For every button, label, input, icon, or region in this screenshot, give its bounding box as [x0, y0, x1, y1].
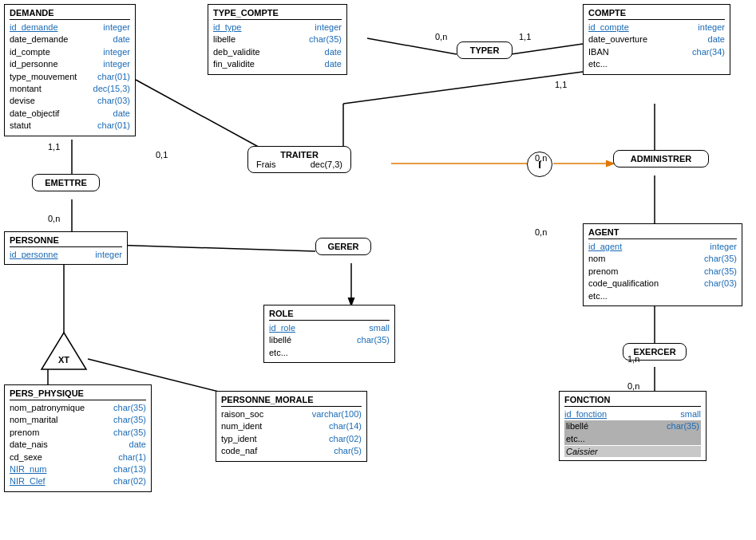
entity-fonction-title: FONCTION — [564, 395, 701, 407]
card-typer-left: 0,n — [435, 32, 447, 41]
relation-gerer-label: GERER — [324, 242, 362, 251]
entity-personne-morale-title: PERSONNE_MORALE — [221, 395, 362, 407]
relation-traiter: TRAITER Frais dec(7,3) — [247, 146, 351, 173]
field-id-demande: id_demande — [10, 22, 58, 34]
entity-type-compte: TYPE_COMPTE id_typeinteger libellechar(3… — [208, 4, 347, 75]
relation-gerer: GERER — [315, 238, 371, 255]
entity-personne-title: PERSONNE — [10, 235, 122, 247]
card-typer-right: 1,1 — [519, 32, 531, 41]
card-admin-agent: 0,n — [535, 227, 547, 237]
entity-compte-title: COMPTE — [588, 8, 725, 20]
entity-agent: AGENT id_agentinteger nomchar(35) prenom… — [583, 223, 742, 306]
svg-line-10 — [112, 245, 315, 251]
entity-role: ROLE id_rolesmall libelléchar(35) etc... — [263, 305, 395, 363]
entity-personne-morale: PERSONNE_MORALE raison_socvarchar(100) n… — [216, 391, 367, 462]
entity-pers-physique: PERS_PHYSIQUE nom_patronymiquechar(35) n… — [4, 384, 152, 492]
entity-agent-title: AGENT — [588, 227, 737, 239]
card-emettre-personne: 0,n — [48, 214, 60, 223]
entity-personne: PERSONNE id_personneinteger — [4, 231, 128, 265]
entity-compte: COMPTE id_compteinteger date_ouvertureda… — [583, 4, 730, 75]
entity-demande-title: DEMANDE — [10, 8, 130, 20]
card-traiter-demande: 0,1 — [156, 150, 168, 160]
entity-pers-physique-title: PERS_PHYSIQUE — [10, 388, 146, 400]
svg-line-4 — [511, 44, 583, 54]
triangle-xt: XT — [40, 331, 88, 371]
fonction-footer: Caissier — [564, 446, 701, 457]
diagram-container: DEMANDE id_demandeinteger date_demandeda… — [0, 0, 756, 540]
card-admin-left: 0,n — [535, 153, 547, 163]
svg-line-6 — [343, 72, 583, 104]
entity-fonction: FONCTION id_fonctionsmall libelléchar(35… — [559, 391, 707, 461]
card-emettre-demande: 1,1 — [48, 142, 60, 152]
relation-emettre-label: EMETTRE — [41, 178, 91, 187]
card-exercer-agent: 1,n — [627, 354, 639, 364]
relation-administrer-label: ADMINISTRER — [622, 154, 700, 164]
entity-demande: DEMANDE id_demandeinteger date_demandeda… — [4, 4, 136, 136]
entity-type-compte-title: TYPE_COMPTE — [213, 8, 342, 20]
relation-typer: TYPER — [457, 41, 513, 59]
relation-emettre: EMETTRE — [32, 174, 100, 191]
card-exercer-fonction: 0,n — [627, 381, 639, 391]
relation-administrer: ADMINISTRER — [613, 150, 709, 168]
entity-role-title: ROLE — [269, 309, 390, 321]
triangle-xt-label: XT — [58, 355, 69, 365]
triangle-xt-svg — [40, 331, 88, 371]
relation-typer-label: TYPER — [465, 45, 504, 55]
card-compte-typer: 1,1 — [555, 80, 567, 89]
relation-traiter-label: TRAITER — [256, 150, 342, 160]
svg-line-2 — [136, 80, 271, 154]
